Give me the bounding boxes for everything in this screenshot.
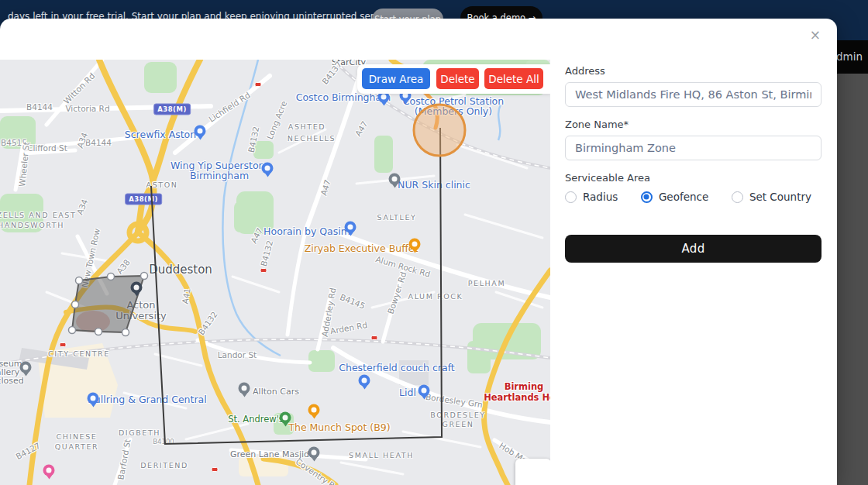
zone-name-label: Zone Name* [565,119,822,130]
set-country-option[interactable]: Set Country [732,191,811,203]
rail-station-icon [371,335,378,340]
delete-button[interactable]: Delete [436,68,479,89]
wing-yip-pin [262,163,274,174]
close-icon[interactable]: × [810,29,821,42]
set-country-radio-icon[interactable] [732,191,743,203]
chesterfield-couch-craft-pin [359,375,370,387]
map-pins-layer [0,60,550,485]
lidl-pin [418,385,430,397]
map-canvas[interactable]: ASTONASHTEDNECHELLSSALTLEYPELHAMALUM ROC… [0,60,550,485]
bullring-grand-central-pin [88,393,99,404]
rail-station-icon [255,82,262,87]
allton-cars-pin [239,383,250,394]
serviceable-area-options: Radius Geofence Set Country [565,191,811,203]
hoorain-by-qasim-pin [345,222,356,233]
geofence-option-label: Geofence [659,191,708,203]
page-background: days left in your free trial. Start your… [0,0,868,485]
map-zoom-control[interactable] [515,459,550,485]
ziryab-buffet-pin [409,239,421,250]
set-country-option-label: Set Country [749,191,811,203]
st-andrews-pin [280,412,291,424]
geofence-radio-icon[interactable] [641,191,653,203]
rail-station-icon [260,268,267,273]
serviceable-area-label: Serviceable Area [565,172,822,184]
radius-option-label: Radius [583,191,618,203]
delete-all-button[interactable]: Delete All [484,68,543,89]
address-input[interactable] [565,82,822,107]
hotel-pin [43,465,55,476]
zone-name-input[interactable] [565,136,822,160]
geofence-option[interactable]: Geofence [641,191,708,203]
green-lane-masjid-pin [308,447,320,459]
screwfix-aston-pin [195,126,206,137]
draw-area-button[interactable]: Draw Area [362,68,430,89]
rail-station-icon [212,467,219,472]
address-label: Address [565,65,822,77]
map-toolbar: Draw Area Delete Delete All [357,64,550,94]
nur-skin-clinic-pin [389,174,401,185]
radius-radio-icon[interactable] [565,191,577,203]
add-button[interactable]: Add [565,235,822,263]
zone-modal: × [0,19,837,485]
munch-spot-pin [308,404,320,416]
rail-station-icon [60,342,67,347]
acton-university-pin [131,282,143,294]
museum-pin [20,362,32,373]
zone-form: Address Zone Name* Serviceable Area Radi… [565,65,822,263]
radius-option[interactable]: Radius [565,191,618,203]
